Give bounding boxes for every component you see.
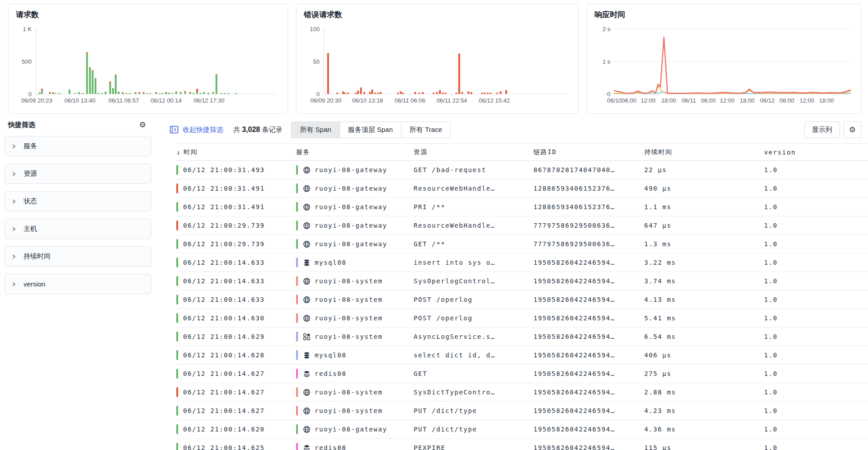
service-color-bar bbox=[296, 313, 298, 323]
cell-version: 1.0 bbox=[764, 185, 868, 192]
globe-icon bbox=[303, 203, 311, 211]
error-requests-chart[interactable]: 10050006/09 20:3006/10 13:1806/11 06:060… bbox=[304, 23, 571, 108]
service-color-bar bbox=[296, 350, 298, 360]
col-header-duration[interactable]: 持续时间 bbox=[644, 148, 764, 156]
error-requests-chart-card: 错误请求数 10050006/09 20:3006/10 13:1806/11 … bbox=[296, 4, 579, 114]
cell-duration: 3.74 ms bbox=[644, 277, 764, 285]
svg-text:0: 0 bbox=[28, 91, 32, 98]
svg-text:06/09 20:23: 06/09 20:23 bbox=[21, 97, 52, 104]
table-row[interactable]: 06/12 21:00:14.630 ruoyi-08-system POST … bbox=[176, 309, 868, 328]
database-icon bbox=[303, 352, 311, 359]
requests-chart[interactable]: 1 K500006/09 20:2306/10 13:4006/11 06:57… bbox=[16, 23, 280, 108]
show-columns-button[interactable]: 显示列 bbox=[804, 122, 840, 138]
cell-service: ruoyi-08-gateway bbox=[296, 165, 414, 175]
table-row[interactable]: 06/12 21:00:14.627 ruoyi-08-system SysDi… bbox=[176, 383, 868, 402]
cell-duration: 275 µs bbox=[644, 370, 764, 377]
cell-trace-id: 77797586929500636… bbox=[533, 222, 644, 229]
col-header-service[interactable]: 服务 bbox=[296, 148, 414, 156]
table-row[interactable]: 06/12 21:00:31.493 ruoyi-08-gateway GET … bbox=[176, 161, 868, 179]
collapse-filters-link[interactable]: 收起快捷筛选 bbox=[170, 125, 223, 134]
service-color-bar bbox=[296, 332, 298, 342]
cell-duration: 490 µs bbox=[644, 185, 764, 192]
cell-time: 06/12 21:00:14.633 bbox=[176, 258, 296, 267]
filter-group-service[interactable]: 服务 bbox=[5, 136, 151, 156]
tab-all-span[interactable]: 所有 Span bbox=[292, 122, 339, 138]
cell-time: 06/12 21:00:29.739 bbox=[176, 220, 296, 230]
filter-group-label: 状态 bbox=[24, 197, 37, 206]
filter-group-status[interactable]: 状态 bbox=[5, 191, 151, 211]
globe-icon bbox=[303, 296, 311, 304]
filter-group-host[interactable]: 主机 bbox=[5, 219, 151, 239]
table-row[interactable]: 06/12 21:00:14.627 ruoyi-08-system PUT /… bbox=[176, 402, 868, 420]
cell-service: ruoyi-08-gateway bbox=[296, 220, 414, 230]
cell-version: 1.0 bbox=[764, 426, 868, 433]
cell-resource: PRI /** bbox=[414, 203, 533, 211]
response-time-chart[interactable]: 2 s1 s006/1006:0012:0018:0006/1106:0012:… bbox=[594, 23, 854, 108]
table-row[interactable]: 06/12 21:00:29.739 ruoyi-08-gateway GET … bbox=[176, 235, 868, 253]
cell-resource: PUT /dict/type bbox=[414, 407, 533, 414]
cell-time: 06/12 21:00:31.491 bbox=[176, 183, 296, 193]
cell-resource: AsyncLogService.s… bbox=[414, 333, 533, 340]
svg-text:06/12: 06/12 bbox=[760, 97, 775, 104]
table-row[interactable]: 06/12 21:00:14.629 ruoyi-08-system Async… bbox=[176, 328, 868, 346]
cell-version: 1.0 bbox=[764, 444, 868, 450]
cell-version: 1.0 bbox=[764, 389, 868, 396]
cell-trace-id: 19505826042246594… bbox=[533, 407, 644, 414]
table-row[interactable]: 06/12 21:00:14.633 ruoyi-08-system SysOp… bbox=[176, 272, 868, 291]
table-row[interactable]: 06/12 21:00:14.627 redis08 GET 195058260… bbox=[176, 365, 868, 383]
cell-trace-id: 12886593406152376… bbox=[533, 185, 644, 192]
layers-icon bbox=[303, 370, 311, 378]
records-count: 共 3,028 条记录 bbox=[233, 126, 282, 134]
table-row[interactable]: 06/12 21:00:14.628 mysql08 select dict_i… bbox=[176, 346, 868, 365]
svg-text:18:00: 18:00 bbox=[661, 97, 676, 104]
col-header-time[interactable]: ↓时间 bbox=[176, 148, 296, 156]
tab-all-trace[interactable]: 所有 Trace bbox=[401, 122, 450, 138]
table-row[interactable]: 06/12 21:00:14.633 mysql08 insert into s… bbox=[176, 253, 868, 272]
svg-text:06:00: 06:00 bbox=[701, 97, 716, 104]
table-settings-button[interactable]: ⚙ bbox=[844, 122, 861, 138]
table-row[interactable]: 06/12 21:00:14.620 ruoyi-08-gateway PUT … bbox=[176, 420, 868, 439]
filter-group-resource[interactable]: 资源 bbox=[5, 164, 151, 184]
cell-resource: GET bbox=[414, 370, 533, 377]
panel-collapse-icon bbox=[170, 125, 179, 134]
table-row[interactable]: 06/12 21:00:14.633 ruoyi-08-system POST … bbox=[176, 291, 868, 309]
table-row[interactable]: 06/12 21:00:29.739 ruoyi-08-gateway Reso… bbox=[176, 216, 868, 235]
table-row[interactable]: 06/12 21:00:14.625 redis08 PEXPIRE 19505… bbox=[176, 439, 868, 450]
cell-version: 1.0 bbox=[764, 407, 868, 414]
chart-title: 错误请求数 bbox=[304, 9, 571, 20]
col-header-resource[interactable]: 资源 bbox=[414, 148, 533, 156]
filter-group-duration[interactable]: 持续时间 bbox=[5, 246, 151, 267]
database-icon bbox=[303, 259, 311, 267]
service-color-bar bbox=[296, 258, 298, 267]
cell-trace-id: 19505826042246594… bbox=[533, 314, 644, 322]
globe-icon bbox=[303, 314, 311, 322]
globe-icon bbox=[303, 407, 311, 415]
svg-text:12:00: 12:00 bbox=[800, 97, 815, 104]
service-color-bar bbox=[296, 276, 298, 286]
cell-version: 1.0 bbox=[764, 296, 868, 303]
cell-resource: SysDictTypeContro… bbox=[414, 389, 533, 396]
cell-duration: 1.3 ms bbox=[644, 240, 764, 248]
filter-group-version[interactable]: version bbox=[5, 274, 151, 294]
gear-icon[interactable]: ⚙ bbox=[139, 121, 146, 129]
col-header-trace-id[interactable]: 链路ID bbox=[533, 148, 644, 156]
cell-resource: ResourceWebHandle… bbox=[414, 185, 533, 192]
cell-resource: SysOperlogControl… bbox=[414, 277, 533, 285]
status-bar bbox=[176, 406, 178, 416]
table-row[interactable]: 06/12 21:00:31.491 ruoyi-08-gateway PRI … bbox=[176, 198, 868, 216]
cell-trace-id: 19505826042246594… bbox=[533, 259, 644, 266]
svg-text:2 s: 2 s bbox=[603, 26, 611, 33]
cell-version: 1.0 bbox=[764, 370, 868, 377]
sort-desc-icon[interactable]: ↓ bbox=[176, 149, 181, 156]
quick-filters-panel: 快捷筛选 ⚙ 服务 资源 状态 主机 持续时间 version bbox=[0, 115, 156, 450]
tab-service-top-span[interactable]: 服务顶层 Span bbox=[340, 122, 401, 138]
cell-service: ruoyi-08-system bbox=[296, 387, 414, 397]
cell-version: 1.0 bbox=[764, 314, 868, 322]
svg-text:06/11 22:54: 06/11 22:54 bbox=[437, 97, 467, 104]
cell-service: mysql08 bbox=[296, 350, 414, 360]
svg-text:06/12 00:14: 06/12 00:14 bbox=[151, 97, 182, 104]
cell-duration: 4.36 ms bbox=[644, 426, 764, 433]
col-header-version[interactable]: version bbox=[764, 149, 868, 156]
table-row[interactable]: 06/12 21:00:31.491 ruoyi-08-gateway Reso… bbox=[176, 179, 868, 198]
cell-duration: 6.54 ms bbox=[644, 333, 764, 340]
